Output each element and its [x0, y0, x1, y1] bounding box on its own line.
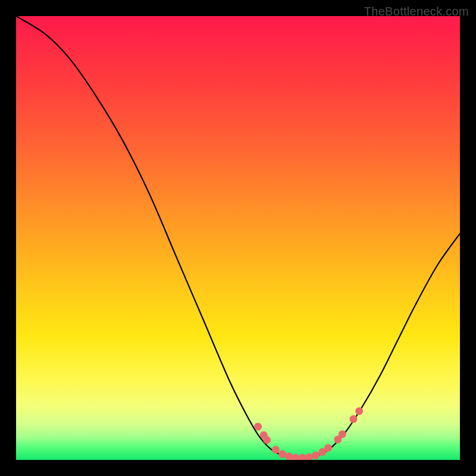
- curve-layer: [16, 16, 460, 460]
- marker-dot: [278, 450, 286, 458]
- marker-dot: [285, 453, 293, 460]
- marker-dot: [272, 446, 280, 453]
- marker-dot: [312, 452, 320, 459]
- marker-dot: [292, 454, 299, 460]
- watermark-text: TheBottleneck.com: [364, 5, 469, 18]
- marker-dot: [263, 436, 271, 444]
- marker-dot: [254, 423, 262, 431]
- chart-plot-area: [16, 16, 460, 460]
- bottleneck-curve: [16, 16, 460, 459]
- marker-dots-group: [254, 407, 363, 460]
- marker-dot: [339, 430, 346, 438]
- marker-dot: [355, 407, 363, 415]
- marker-dot: [349, 415, 357, 423]
- marker-dot: [324, 444, 332, 452]
- marker-dot: [299, 454, 306, 460]
- marker-dot: [305, 453, 313, 460]
